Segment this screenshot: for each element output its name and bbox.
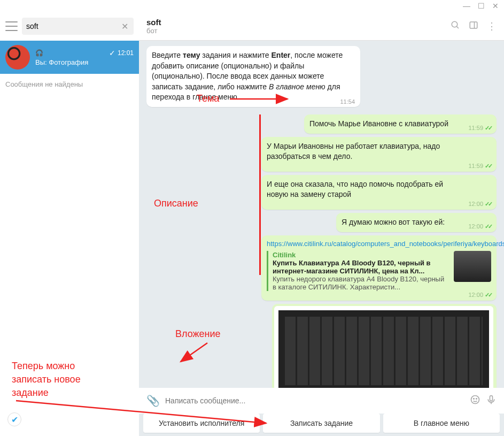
chat-header: soft бот ⋮	[139, 12, 504, 41]
verified-badge-icon: ✔	[7, 412, 21, 426]
sidebar: ✕ 🎧 ✓ 12:01 Вы: Фотография Сообщения не …	[0, 12, 139, 436]
message-out: У Марьи Ивановны не работает клавиатура,…	[261, 137, 497, 172]
svg-point-10	[476, 399, 477, 400]
link-desc: Купить недорого клавиатура A4 Bloody B12…	[273, 275, 449, 291]
bot-icon: 🎧	[35, 49, 43, 57]
search-empty-msg: Сообщения не найдены	[0, 74, 139, 95]
sidebar-toggle-icon[interactable]	[469, 20, 478, 32]
attach-icon[interactable]: 📎	[146, 394, 160, 407]
message-link[interactable]: https://www.citilink.ru/catalog/computer…	[261, 235, 497, 301]
svg-rect-11	[490, 396, 493, 401]
message-out: Помочь Марье Ивановне с клавиатурой 11:5…	[304, 114, 497, 134]
message-time: 11:54	[340, 98, 355, 105]
link-title: Купить Клавиатура A4 Bloody B120, черный…	[273, 259, 449, 275]
link-url[interactable]: https://www.citilink.ru/catalog/computer…	[267, 240, 491, 248]
maximize-icon[interactable]: ☐	[478, 2, 485, 10]
read-check-icon: ✓	[109, 49, 115, 57]
bot-keyboard: Установить исполнителя Записать задание …	[139, 414, 504, 436]
minimize-icon[interactable]: —	[463, 2, 470, 10]
annotation-bar	[259, 114, 261, 275]
preview-text: Фотография	[49, 58, 88, 66]
message-time: 11:59	[468, 163, 483, 169]
message-text: И еще она сказала, что надо помочь подоб…	[267, 179, 467, 200]
message-text: Я думаю можно вот такую ей:	[342, 217, 467, 228]
message-input[interactable]	[165, 396, 464, 405]
chat-title: soft	[146, 18, 451, 27]
set-assignee-button[interactable]: Установить исполнителя	[143, 414, 260, 433]
svg-point-8	[471, 396, 479, 404]
annotation-attach: Вложение	[175, 328, 221, 340]
message-text: У Марьи Ивановны не работает клавиатура,…	[267, 141, 467, 162]
voice-icon[interactable]	[486, 394, 497, 407]
read-checks-icon: ✓✓	[485, 163, 491, 170]
read-checks-icon: ✓✓	[485, 292, 491, 299]
message-out: И еще она сказала, что надо помочь подоб…	[261, 175, 497, 210]
annotation-desc: Описание	[154, 198, 198, 209]
clear-search-icon[interactable]: ✕	[120, 21, 129, 32]
search-field[interactable]	[26, 22, 120, 30]
menu-icon[interactable]	[5, 21, 18, 31]
keyboard-image	[274, 306, 493, 388]
save-task-button[interactable]: Записать задание	[263, 414, 379, 433]
message-time: 12:00	[468, 201, 483, 207]
search-icon[interactable]	[451, 20, 460, 32]
svg-line-7	[181, 343, 207, 362]
main-menu-button[interactable]: В главное меню	[383, 414, 500, 433]
link-site: Citilink	[273, 251, 449, 259]
message-text: Помочь Марье Ивановне с клавиатурой	[309, 119, 467, 129]
chat-list-item[interactable]: 🎧 ✓ 12:01 Вы: Фотография	[0, 41, 139, 74]
link-thumb	[454, 251, 491, 282]
chat-subtitle: бот	[146, 27, 451, 35]
chat-body: Введите тему задания и нажмите Enter, по…	[139, 41, 504, 388]
read-checks-icon: ✓✓	[485, 223, 491, 230]
svg-rect-2	[470, 22, 477, 28]
preview-prefix: Вы:	[35, 58, 47, 66]
read-checks-icon: ✓✓	[485, 125, 491, 132]
message-time: 11:59	[468, 125, 483, 131]
svg-line-1	[456, 26, 459, 28]
avatar	[5, 45, 30, 70]
message-text: Введите тему задания и нажмите Enter, по…	[152, 50, 355, 103]
svg-point-9	[474, 399, 475, 400]
message-instruction: Введите тему задания и нажмите Enter, по…	[146, 46, 360, 107]
window-titlebar: — ☐ ✕	[0, 0, 504, 12]
message-time: 12:00	[468, 292, 483, 298]
chat-time: 12:01	[118, 49, 134, 57]
message-input-bar: 📎	[139, 388, 504, 414]
chat-pane: soft бот ⋮ Введите тему задания и нажмит…	[139, 12, 504, 436]
close-icon[interactable]: ✕	[492, 2, 499, 10]
message-time: 12:00	[468, 223, 483, 230]
read-checks-icon: ✓✓	[485, 201, 491, 208]
more-icon[interactable]: ⋮	[487, 20, 497, 32]
message-photo[interactable]	[272, 304, 497, 388]
search-input[interactable]: ✕	[22, 18, 134, 35]
message-out: Я думаю можно вот такую ей: 12:00✓✓	[336, 213, 497, 232]
emoji-icon[interactable]	[470, 394, 480, 407]
svg-point-0	[452, 21, 458, 27]
